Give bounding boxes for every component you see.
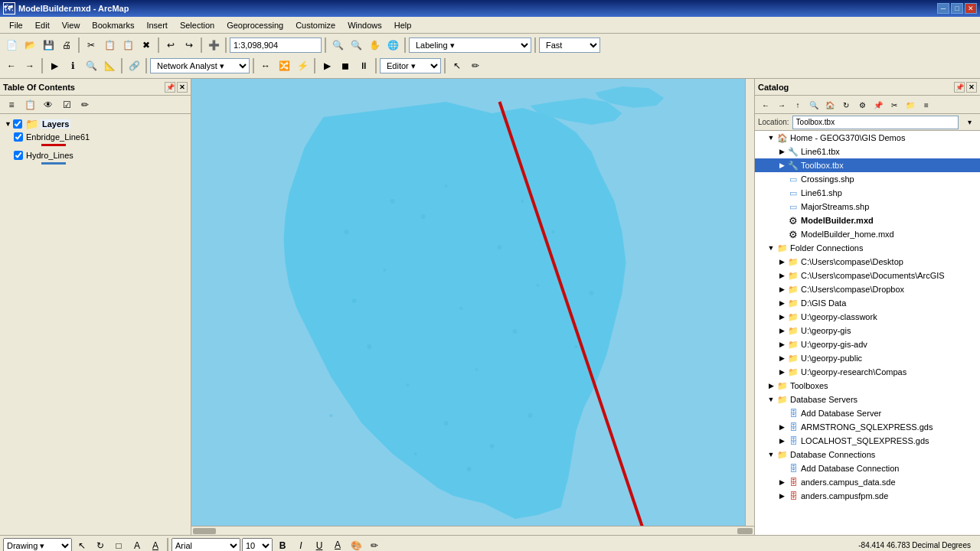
copy-button[interactable]: 📋 [101,37,118,54]
scale-input[interactable]: 1:3,098,904 [230,37,322,53]
cut-button[interactable]: ✂ [83,37,100,54]
catalog-fc-research[interactable]: ▶ 📁 U:\georpy-research\Compas [755,365,980,379]
catalog-view-toggle[interactable]: ≡ [919,97,934,112]
font-underline-button[interactable]: U [311,537,328,552]
map-vertical-scrollbar[interactable] [745,79,754,526]
catalog-modelbuilderhome-item[interactable]: ▶ ⚙ ModelBuilder_home.mxd [755,227,980,241]
hydro-checkbox[interactable] [14,151,23,160]
maximize-button[interactable]: □ [951,3,963,14]
minimize-button[interactable]: ─ [937,3,949,14]
location-dropdown-button[interactable]: ▾ [962,115,977,130]
catalog-toolboxes-item[interactable]: ▶ 📁 Toolboxes [755,379,980,393]
catalog-home-button[interactable]: 🏠 [822,97,838,112]
na-toolbar6[interactable]: ⏸ [355,57,372,74]
drawing-dropdown[interactable]: Drawing ▾ [3,538,72,552]
catalog-fc-desktop[interactable]: ▶ 📁 C:\Users\compase\Desktop [755,255,980,269]
toc-list-by-selection[interactable]: ☑ [58,96,75,113]
print-button[interactable]: 🖨 [58,37,75,54]
hyperlink-button[interactable]: 🔗 [126,57,142,74]
catalog-pin-button[interactable]: 📌 [954,82,965,93]
drawing-color-line[interactable]: ✏ [366,537,383,552]
menu-geoprocessing[interactable]: Geoprocessing [220,19,289,31]
catalog-majorstreams-item[interactable]: ▶ ▭ MajorStreams.shp [755,200,980,214]
catalog-anders-campus-item[interactable]: ▶ 🗄 anders.campus_data.sde [755,475,980,489]
catalog-fc-classwork[interactable]: ▶ 📁 U:\georpy-classwork [755,310,980,324]
catalog-crossings-item[interactable]: ▶ ▭ Crossings.shp [755,172,980,186]
catalog-refresh-button[interactable]: ↻ [838,97,854,112]
toc-list-by-editing[interactable]: ✏ [77,96,93,113]
catalog-line61tbx-item[interactable]: ▶ 🔧 Line61.tbx [755,145,980,158]
catalog-fc-gis[interactable]: ▶ 📁 U:\georpy-gis [755,324,980,337]
catalog-connect-button[interactable]: 📌 [871,97,886,112]
toc-list-by-visibility[interactable]: 👁 [40,96,57,113]
catalog-forward-button[interactable]: → [774,97,789,112]
menu-insert[interactable]: Insert [140,19,174,31]
menu-windows[interactable]: Windows [341,19,388,31]
font-bold-button[interactable]: B [274,537,291,552]
undo-button[interactable]: ↩ [162,37,179,54]
menu-selection[interactable]: Selection [174,19,220,31]
drawing-text-button[interactable]: A [129,537,145,552]
toc-list-by-drawing[interactable]: ≡ [3,96,20,113]
catalog-database-connections-item[interactable]: ▼ 📁 Database Connections [755,448,980,461]
edit-select-button[interactable]: ↖ [449,57,466,74]
location-input[interactable] [792,116,959,129]
toc-layer-hydro[interactable]: Hydro_Lines [3,149,188,161]
close-button[interactable]: ✕ [965,3,977,14]
catalog-fc-gisdata[interactable]: ▶ 📁 D:\GIS Data [755,296,980,310]
toc-layers-header[interactable]: ▼ 📁 Layers [3,117,188,131]
na-toolbar5[interactable]: ◼ [337,57,354,74]
na-toolbar1[interactable]: ↔ [257,57,274,74]
font-name-dropdown[interactable]: Arial [172,538,240,552]
toc-layer-enbridge[interactable]: Enbridge_Line61 [3,131,188,143]
map-area[interactable] [191,79,754,535]
catalog-anders-campusfpm-item[interactable]: ▶ 🗄 anders.campusfpm.sde [755,489,980,503]
drawing-rotate-button[interactable]: ↻ [92,537,109,552]
catalog-localhost-item[interactable]: ▶ 🗄 LOCALHOST_SQLEXPRESS.gds [755,434,980,448]
h-scroll-thumb[interactable] [193,528,216,534]
na-toolbar4[interactable]: ▶ [318,57,335,74]
menu-customize[interactable]: Customize [289,19,341,31]
network-analyst-dropdown[interactable]: Network Analyst ▾ [150,58,250,73]
zoom-in-button[interactable]: 🔍 [329,37,346,54]
menu-bookmarks[interactable]: Bookmarks [86,19,140,31]
catalog-fc-dropbox[interactable]: ▶ 📁 C:\Users\compase\Dropbox [755,282,980,296]
toc-list-by-source[interactable]: 📋 [21,96,38,113]
catalog-fc-public[interactable]: ▶ 📁 U:\georpy-public [755,351,980,365]
catalog-toolboxtbx-item[interactable]: ▶ 🔧 Toolbox.tbx [755,158,980,172]
font-color-button[interactable]: A [329,537,346,552]
map-horizontal-scrollbar[interactable] [191,526,754,535]
delete-button[interactable]: ✖ [138,37,155,54]
catalog-close-button[interactable]: ✕ [966,82,977,93]
catalog-options-button[interactable]: ⚙ [854,97,870,112]
catalog-up-button[interactable]: ↑ [790,97,805,112]
menu-view[interactable]: View [56,19,87,31]
catalog-line61shp-item[interactable]: ▶ ▭ Line61.shp [755,186,980,200]
zoom-next-button[interactable]: → [21,57,38,74]
catalog-new-folder[interactable]: 📁 [903,97,918,112]
catalog-add-dbserver-item[interactable]: ▶ 🗄 Add Database Server [755,406,980,420]
labeling-dropdown[interactable]: Labeling ▾ [409,37,531,53]
catalog-fc-documents[interactable]: ▶ 📁 C:\Users\compase\Documents\ArcGIS [755,269,980,282]
catalog-add-dbconn-item[interactable]: ▶ 🗄 Add Database Connection [755,461,980,475]
font-italic-button[interactable]: I [292,537,309,552]
zoom-previous-button[interactable]: ← [3,57,20,74]
paste-button[interactable]: 📋 [119,37,136,54]
catalog-database-servers-item[interactable]: ▼ 📁 Database Servers [755,393,980,406]
open-button[interactable]: 📂 [21,37,38,54]
save-button[interactable]: 💾 [40,37,57,54]
catalog-modelbuilder-item[interactable]: ▶ ⚙ ModelBuilder.mxd [755,214,980,227]
drawing-color-fill[interactable]: 🎨 [348,537,364,552]
drawing-tools-1[interactable]: □ [110,537,127,552]
catalog-folder-connections-item[interactable]: ▼ 📁 Folder Connections [755,241,980,255]
zoom-out-button[interactable]: 🔍 [348,37,364,54]
toc-close-button[interactable]: ✕ [177,82,188,93]
full-extent-button[interactable]: 🌐 [384,37,401,54]
select-features-button[interactable]: ▶ [46,57,63,74]
layers-checkbox[interactable] [13,119,22,129]
catalog-back-button[interactable]: ← [758,97,773,112]
add-data-button[interactable]: ➕ [205,37,222,54]
identify-button[interactable]: ℹ [64,57,81,74]
editor-dropdown[interactable]: Editor ▾ [380,58,441,73]
na-toolbar2[interactable]: 🔀 [276,57,292,74]
